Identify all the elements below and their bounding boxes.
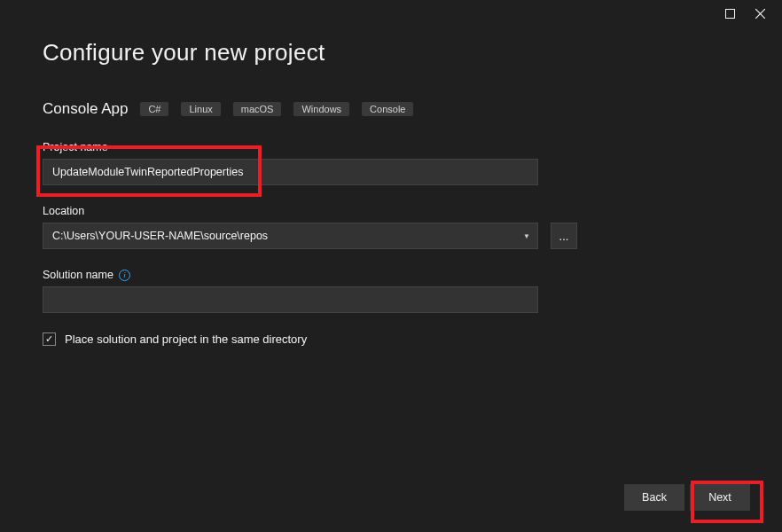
same-directory-label: Place solution and project in the same d… [65,332,307,346]
browse-button[interactable]: ... [551,223,577,249]
location-input[interactable] [43,223,538,249]
solution-name-label: Solution name [43,269,113,281]
next-button[interactable]: Next [690,484,750,511]
template-row: Console App C# Linux macOS Windows Conso… [43,100,739,118]
maximize-icon[interactable] [723,7,736,20]
svg-rect-0 [725,9,734,18]
template-tag: Linux [181,102,220,116]
project-name-label: Project name [43,141,739,153]
template-tag: C# [140,102,168,116]
template-tag: Console [362,102,413,116]
project-name-input[interactable] [43,159,538,185]
template-tag: macOS [233,102,282,116]
solution-name-input[interactable] [43,286,538,313]
page-title: Configure your new project [43,39,739,66]
back-button[interactable]: Back [624,484,684,511]
close-icon[interactable] [754,7,766,20]
same-directory-checkbox[interactable]: ✓ [43,332,56,346]
template-tag: Windows [293,102,349,116]
location-label: Location [43,205,739,217]
template-name: Console App [43,100,128,118]
info-icon[interactable]: i [119,270,130,281]
